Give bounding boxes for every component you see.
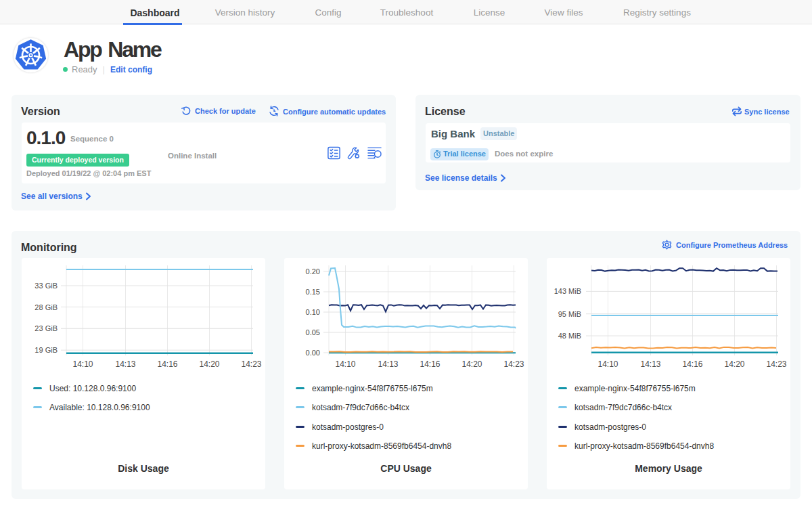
svg-text:14:13: 14:13 bbox=[115, 359, 135, 369]
svg-text:19 GiB: 19 GiB bbox=[35, 346, 58, 354]
svg-text:14:10: 14:10 bbox=[597, 359, 618, 369]
svg-text:48 MiB: 48 MiB bbox=[558, 332, 581, 340]
svg-text:14:10: 14:10 bbox=[335, 359, 355, 369]
svg-text:14:23: 14:23 bbox=[503, 359, 524, 369]
svg-text:95 MiB: 95 MiB bbox=[558, 310, 581, 318]
svg-text:14:20: 14:20 bbox=[199, 359, 219, 369]
svg-text:14:23: 14:23 bbox=[241, 359, 261, 369]
svg-text:33 GiB: 33 GiB bbox=[35, 282, 58, 290]
svg-text:14:16: 14:16 bbox=[682, 359, 702, 369]
svg-text:14:13: 14:13 bbox=[640, 359, 660, 369]
svg-text:14:20: 14:20 bbox=[724, 359, 744, 369]
svg-text:0.15: 0.15 bbox=[306, 288, 320, 296]
svg-text:0.00: 0.00 bbox=[306, 349, 320, 357]
svg-text:0.20: 0.20 bbox=[306, 267, 320, 276]
svg-text:143 MiB: 143 MiB bbox=[554, 287, 581, 295]
svg-text:23 GiB: 23 GiB bbox=[35, 324, 58, 332]
svg-text:0.10: 0.10 bbox=[306, 308, 320, 316]
svg-text:14:13: 14:13 bbox=[378, 359, 398, 369]
svg-text:14:16: 14:16 bbox=[420, 359, 440, 369]
svg-text:14:20: 14:20 bbox=[461, 359, 482, 369]
svg-text:0.05: 0.05 bbox=[306, 328, 320, 336]
svg-text:14:23: 14:23 bbox=[766, 359, 786, 369]
svg-text:14:16: 14:16 bbox=[157, 359, 177, 369]
svg-text:14:10: 14:10 bbox=[72, 359, 93, 369]
svg-text:28 GiB: 28 GiB bbox=[35, 303, 58, 311]
